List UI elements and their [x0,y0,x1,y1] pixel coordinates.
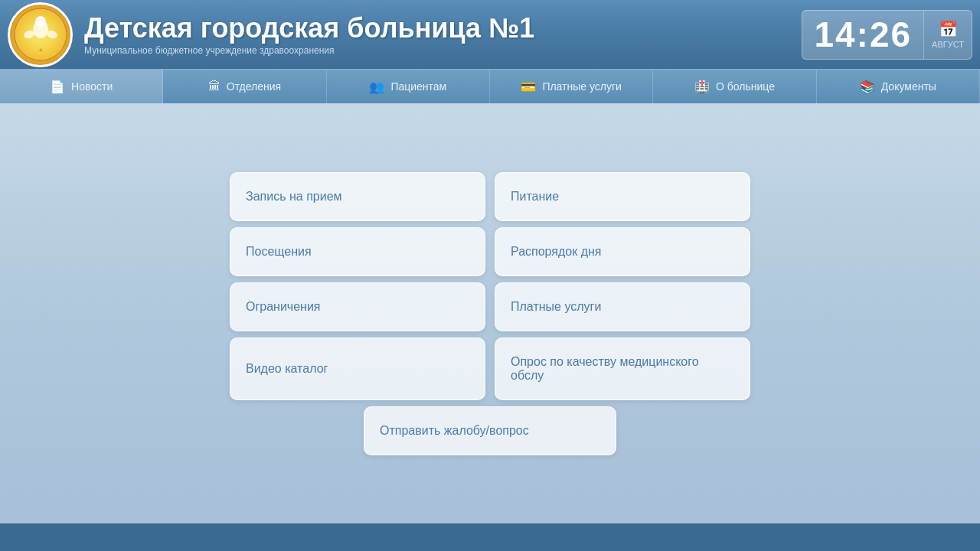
about-icon: 🏥 [694,80,710,94]
grid-row-1: Запись на прием Питание [230,172,750,221]
grid-row-4: Видео каталог Опрос по качеству медицинс… [230,337,750,400]
ticker-text: лена. Уважаемые посетители! В нашей клин… [0,532,980,543]
nav-documents-label: Документы [881,80,936,93]
btn-nutrition[interactable]: Питание [495,172,750,221]
documents-icon: 📚 [860,80,875,94]
nav: 📄 Новости 🏛 Отделения 👥 Пациентам 💳 Плат… [0,69,980,103]
header-title: Детская городская больница №1 [84,13,802,44]
paid-services-icon: 💳 [521,80,536,94]
clock-date: 📅 АВГУСТ [923,11,972,59]
header-subtitle: Муниципальное бюджетное учреждение здрав… [84,45,802,56]
nav-patients-label: Пациентам [390,80,446,93]
nav-paid-services[interactable]: 💳 Платные услуги [490,70,653,103]
grid-row-5: Отправить жалобу/вопрос [230,406,750,455]
patients-icon: 👥 [369,80,384,94]
buttons-grid: Запись на прием Питание Посещения Распор… [230,172,750,455]
btn-paid[interactable]: Платные услуги [495,282,750,331]
nav-departments-label: Отделения [227,80,281,93]
nav-news[interactable]: 📄 Новости [0,70,163,103]
grid-row-3: Ограничения Платные услуги [230,282,750,331]
news-ticker: лена. Уважаемые посетители! В нашей клин… [0,523,980,551]
btn-video[interactable]: Видео каталог [230,337,485,400]
svg-text:+: + [38,47,42,54]
btn-schedule[interactable]: Распорядок дня [495,227,750,276]
clock-month: АВГУСТ [932,40,964,49]
departments-icon: 🏛 [208,80,220,93]
grid-row-2: Посещения Распорядок дня [230,227,750,276]
nav-departments[interactable]: 🏛 Отделения [163,70,326,103]
btn-restrictions[interactable]: Ограничения [230,282,485,331]
clock-time: 14:26 [802,11,923,59]
nav-patients[interactable]: 👥 Пациентам [327,70,490,103]
clock-widget: 14:26 📅 АВГУСТ [802,10,972,60]
news-icon: 📄 [50,80,65,94]
logo: + [8,2,73,67]
btn-survey[interactable]: Опрос по качеству медицинского обслу [495,337,750,400]
nav-about[interactable]: 🏥 О больнице [653,70,816,103]
calendar-icon: 📅 [939,20,958,38]
nav-paid-services-label: Платные услуги [542,80,622,93]
nav-news-label: Новости [71,80,113,93]
btn-visits[interactable]: Посещения [230,227,485,276]
btn-appointment[interactable]: Запись на прием [230,172,485,221]
header: + Детская городская больница №1 Муниципа… [0,0,980,69]
main-content: Запись на прием Питание Посещения Распор… [0,103,980,523]
nav-documents[interactable]: 📚 Документы [817,70,980,103]
svg-point-2 [35,16,46,27]
btn-complaint[interactable]: Отправить жалобу/вопрос [364,406,616,455]
nav-about-label: О больнице [716,80,775,93]
header-text: Детская городская больница №1 Муниципаль… [84,13,802,56]
